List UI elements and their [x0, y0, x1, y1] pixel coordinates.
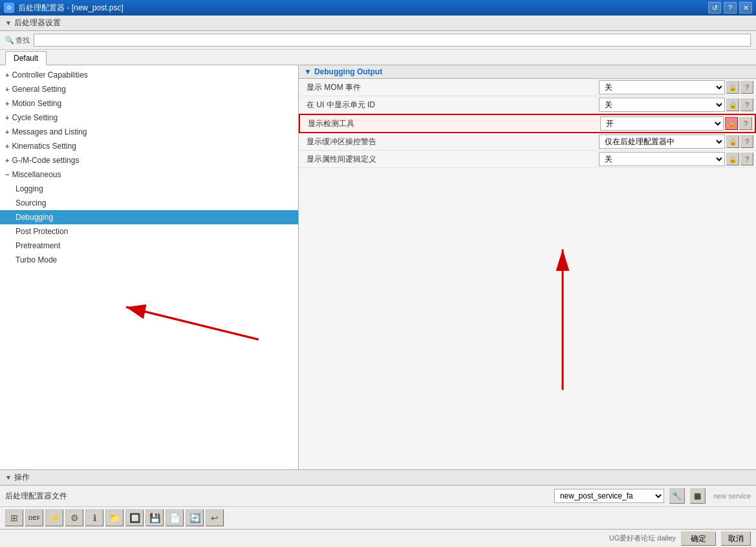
title-bar: ⚙ 后处理配置器 - [new_post.psc] ↺ ? ✕: [0, 0, 756, 16]
property-label-buffer: 显示缓冲区操控警告: [299, 134, 596, 150]
search-icon: 🔍: [5, 36, 14, 45]
toolbar-btn-doc[interactable]: 📄: [166, 509, 184, 526]
file-select[interactable]: new_post_service_fa: [554, 489, 664, 503]
title-bar-controls: ↺ ? ✕: [708, 2, 752, 14]
expand-icon: −: [5, 169, 9, 180]
search-label: 查找: [16, 36, 30, 45]
cancel-button[interactable]: 取消: [721, 531, 751, 546]
help-btn-mom[interactable]: ?: [740, 81, 753, 94]
property-row-buffer: 显示缓冲区操控警告 关 开 仅在后处理配置器中 🔒 ?: [299, 133, 756, 151]
lock-btn-mom[interactable]: 🔒: [726, 81, 739, 94]
content-area: + Controller Capabilities + General Sett…: [0, 65, 756, 469]
grid-icon-btn[interactable]: ▦: [690, 488, 706, 504]
tree-item-cycle[interactable]: + Cycle Setting: [0, 111, 298, 125]
tab-default[interactable]: Default: [5, 51, 47, 65]
file-label: 后处理配置器文件: [5, 491, 67, 502]
right-panel: ▼ Debugging Output 显示 MOM 事件 关 开 🔒 ? 在 U…: [299, 65, 756, 469]
property-row-ui: 在 UI 中显示单元 ID 关 开 🔒 ?: [299, 96, 756, 114]
search-bar: 🔍 查找: [0, 31, 756, 50]
property-label-logic: 显示属性间逻辑定义: [299, 151, 596, 167]
expand-icon: +: [5, 126, 9, 138]
expand-icon: +: [5, 98, 9, 109]
expand-icon: +: [5, 155, 9, 166]
tree-item-kinematics[interactable]: + Kinematics Setting: [0, 139, 298, 153]
property-control-debug-tool: 关 开 🔒 ?: [598, 115, 755, 132]
toolbar-btn-save[interactable]: 💾: [146, 509, 164, 526]
lock-btn-buffer[interactable]: 🔒: [726, 135, 739, 148]
window-title: 后处理配置器 - [new_post.psc]: [18, 3, 124, 14]
refresh-btn[interactable]: ↺: [708, 2, 721, 14]
tree-item-messages[interactable]: + Messages and Listing: [0, 125, 298, 139]
left-panel: + Controller Capabilities + General Sett…: [0, 65, 299, 469]
toolbar-btn-3[interactable]: ⚡: [45, 509, 63, 526]
tab-bar: Default: [0, 50, 756, 65]
expand-icon: +: [5, 112, 9, 123]
debugging-output-header: ▼ Debugging Output: [299, 65, 756, 79]
property-row-mom: 显示 MOM 事件 关 开 🔒 ?: [299, 79, 756, 96]
new-service-label: new service: [713, 492, 751, 500]
collapse-arrow[interactable]: ▼: [5, 19, 12, 27]
status-bar: UG爱好者论坛 dalley 确定 取消: [0, 529, 756, 547]
postprocessor-settings-label: 后处理器设置: [14, 17, 61, 28]
help-btn-debug-tool[interactable]: ?: [739, 117, 752, 130]
property-row-debug-tool: 显示检测工具 关 开 🔒 ?: [299, 114, 756, 133]
property-control-mom: 关 开 🔒 ?: [596, 79, 756, 96]
tree-item-sourcing[interactable]: Sourcing: [0, 196, 298, 210]
tree-item-pretreatment[interactable]: Pretreatment: [0, 239, 298, 253]
property-select-ui[interactable]: 关 开: [599, 98, 725, 112]
debugging-output-label: Debugging Output: [314, 67, 382, 76]
property-row-logic: 显示属性间逻辑定义 关 开 🔒 ?: [299, 151, 756, 168]
tree-item-post-protection[interactable]: Post Protection: [0, 224, 298, 239]
debug-collapse-arrow[interactable]: ▼: [304, 67, 312, 76]
toolbar-btn-folder[interactable]: 📁: [105, 509, 124, 526]
help-btn[interactable]: ?: [724, 2, 737, 14]
operations-label: 操作: [14, 472, 30, 483]
toolbar-btn-1[interactable]: ⊞: [5, 509, 23, 526]
property-control-logic: 关 开 🔒 ?: [596, 151, 756, 167]
help-btn-logic[interactable]: ?: [740, 153, 753, 166]
lock-btn-ui[interactable]: 🔒: [726, 98, 739, 111]
property-label-ui: 在 UI 中显示单元 ID: [299, 97, 596, 113]
toolbar-btn-def[interactable]: DEF: [25, 509, 43, 526]
tree-item-motion[interactable]: + Motion Setting: [0, 96, 298, 111]
tree-item-gm-code[interactable]: + G-/M-Code settings: [0, 153, 298, 167]
property-select-debug-tool[interactable]: 关 开: [600, 116, 724, 131]
toolbar-btn-4[interactable]: ⚙: [65, 509, 83, 526]
search-input[interactable]: [34, 34, 751, 47]
property-control-ui: 关 开 🔒 ?: [596, 96, 756, 113]
expand-icon: +: [5, 140, 9, 152]
help-btn-buffer[interactable]: ?: [740, 135, 753, 148]
main-window: ▼ 后处理器设置 🔍 查找 Default + Controller Capab…: [0, 16, 756, 547]
wrench-icon-btn[interactable]: 🔧: [669, 488, 685, 504]
ok-button[interactable]: 确定: [681, 531, 716, 546]
tree-item-controller[interactable]: + Controller Capabilities: [0, 68, 298, 82]
property-select-buffer[interactable]: 关 开 仅在后处理配置器中: [599, 134, 725, 149]
toolbar-btn-info[interactable]: ℹ: [85, 509, 103, 526]
search-icon-box: 🔍 查找: [5, 36, 30, 45]
property-control-buffer: 关 开 仅在后处理配置器中 🔒 ?: [596, 133, 756, 150]
tree-item-logging[interactable]: Logging: [0, 182, 298, 196]
status-text: UG爱好者论坛 dalley: [609, 533, 676, 543]
operations-content: 后处理配置器文件 new_post_service_fa 🔧 ▦ new ser…: [0, 486, 756, 506]
lock-btn-logic[interactable]: 🔒: [726, 153, 739, 166]
toolbar-btn-refresh[interactable]: 🔄: [186, 509, 204, 526]
close-btn[interactable]: ✕: [739, 2, 752, 14]
toolbar-row: ⊞ DEF ⚡ ⚙ ℹ 📁 🔲 💾 📄 🔄 ↩: [0, 506, 756, 529]
help-btn-ui[interactable]: ?: [740, 98, 753, 111]
postprocessor-settings-header: ▼ 后处理器设置: [0, 16, 756, 31]
expand-icon: +: [5, 69, 9, 81]
property-label-debug-tool: 显示检测工具: [300, 116, 598, 132]
toolbar-btn-frame[interactable]: 🔲: [125, 509, 144, 526]
tree-item-general[interactable]: + General Setting: [0, 82, 298, 96]
property-select-logic[interactable]: 关 开: [599, 152, 725, 166]
property-select-mom[interactable]: 关 开: [599, 80, 725, 94]
property-label-mom: 显示 MOM 事件: [299, 80, 596, 96]
tree-item-miscellaneous[interactable]: − Miscellaneous: [0, 167, 298, 182]
toolbar-btn-undo[interactable]: ↩: [206, 509, 224, 526]
tree-item-turbo-mode[interactable]: Turbo Mode: [0, 253, 298, 267]
tree-item-debugging[interactable]: Debugging: [0, 210, 298, 224]
lock-btn-debug-tool[interactable]: 🔒: [725, 117, 738, 130]
operations-collapse-arrow[interactable]: ▼: [5, 474, 12, 481]
app-icon: ⚙: [4, 3, 14, 13]
bottom-section: ▼ 操作 后处理配置器文件 new_post_service_fa 🔧 ▦ ne…: [0, 469, 756, 547]
